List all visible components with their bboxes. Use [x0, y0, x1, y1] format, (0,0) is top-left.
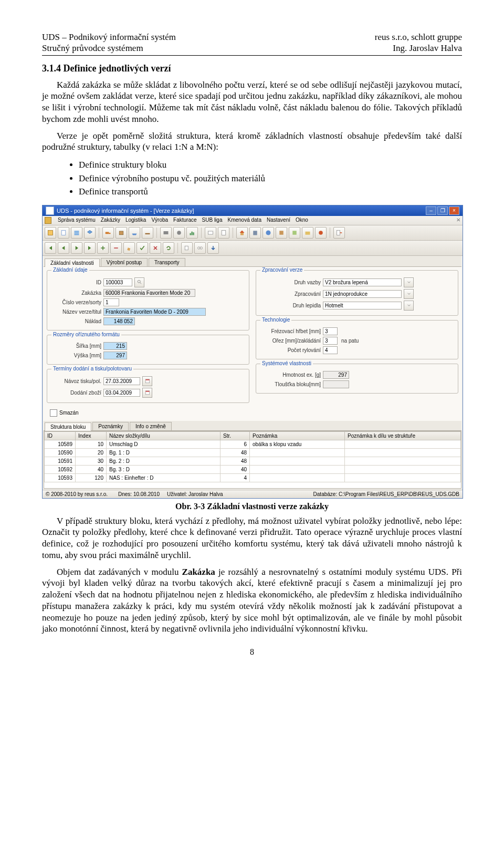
sirka-field[interactable]: 215 [103, 342, 127, 350]
menu-zakazky[interactable]: Zakázky [101, 217, 120, 224]
menu-fakturace[interactable]: Fakturace [173, 217, 196, 224]
navoz-calendar-icon[interactable] [142, 376, 152, 386]
rec-del-icon[interactable] [110, 242, 122, 254]
table-row[interactable]: 1058910Umschlag D6obálka s klopu vzadu [45, 440, 461, 448]
tb-exit-icon[interactable] [333, 227, 345, 239]
tb-cube2-icon[interactable] [289, 227, 300, 239]
zprac-field[interactable]: 1N jednoprodukce [323, 290, 402, 298]
lep-dropdown-icon[interactable] [404, 301, 414, 311]
navoz-label: Návoz tisku/pol. [51, 378, 101, 384]
tb-layers-icon[interactable] [84, 227, 96, 239]
tb-card-icon[interactable] [205, 227, 216, 239]
close-button[interactable]: × [449, 206, 459, 215]
table-row[interactable]: 10593120NAS : Einhefter : D4 [45, 473, 461, 482]
svg-rect-0 [48, 230, 53, 235]
lep-field[interactable]: Hotmelt [323, 302, 402, 309]
tb-building-icon[interactable] [249, 227, 261, 239]
rec-import-icon[interactable] [207, 242, 219, 254]
rec-next-icon[interactable] [71, 242, 82, 254]
tab-zakladni[interactable]: Základní vlastnosti [45, 259, 100, 267]
table-cell: 4 [220, 473, 250, 482]
ryl-field[interactable]: 4 [323, 346, 338, 354]
rec-copy-icon[interactable] [181, 242, 193, 254]
col-pozn[interactable]: Poznámka [250, 431, 345, 440]
rec-refresh-icon[interactable] [163, 242, 174, 254]
tab-vyrobni[interactable]: Výrobní postup [101, 258, 148, 266]
id-field[interactable]: 100003 [103, 278, 132, 286]
rec-add-icon[interactable] [97, 242, 109, 254]
col-nazev[interactable]: Název složky/dílu [107, 431, 220, 440]
tloust-field[interactable] [323, 380, 349, 388]
rec-last-icon[interactable] [84, 242, 96, 254]
tb-cube-icon[interactable] [276, 227, 287, 239]
tb-machine-icon[interactable] [160, 227, 172, 239]
cislo-field[interactable]: 1 [103, 298, 119, 306]
orez-field[interactable]: 3 [323, 337, 338, 345]
id-search-button[interactable] [134, 277, 144, 287]
mdi-close-icon[interactable]: ✕ [456, 217, 460, 224]
rec-cancel-icon[interactable] [150, 242, 161, 254]
table-cell: Bg. 2 : D [107, 457, 220, 465]
tab-poznamky[interactable]: Poznámky [92, 422, 129, 430]
tab-struktura[interactable]: Struktura bloku [45, 422, 91, 431]
col-str[interactable]: Str. [220, 431, 250, 440]
tb-ship-icon[interactable] [129, 227, 140, 239]
rec-ok-icon[interactable] [136, 242, 148, 254]
table-row[interactable]: 1059130Bg. 2 : D48 [45, 457, 461, 465]
col-pozn2[interactable]: Poznámka k dílu ve struktuře [345, 431, 461, 440]
paragraph-4: Objem dat zadávaných v modulu Zakázka je… [42, 566, 462, 635]
rec-first-icon[interactable] [45, 242, 56, 254]
svg-rect-32 [145, 379, 150, 380]
vazba-field[interactable]: V2 brožura lepená [323, 278, 402, 286]
minimize-button[interactable]: – [426, 206, 436, 215]
table-cell [345, 457, 461, 465]
tb-book-icon[interactable] [45, 227, 56, 239]
menu-logistika[interactable]: Logistika [125, 217, 146, 224]
hmot-field[interactable]: 297 [323, 371, 349, 379]
menu-nastaveni[interactable]: Nastavení [267, 217, 290, 224]
dodani-field[interactable]: 03.04.2009 [103, 389, 140, 397]
menu-okno[interactable]: Okno [296, 217, 308, 224]
col-index[interactable]: Index [76, 431, 107, 440]
menu-subliga[interactable]: SUB liga [202, 217, 223, 224]
svg-rect-7 [109, 233, 111, 234]
frez-field[interactable]: 3 [323, 327, 338, 335]
tab-transporty[interactable]: Transporty [149, 258, 185, 266]
vyska-field[interactable]: 297 [103, 352, 127, 359]
menu-vyroba[interactable]: Výroba [151, 217, 168, 224]
nazev-field[interactable]: Frankonia Favoriten Mode D - 2009 [103, 308, 206, 316]
tb-misc-icon[interactable] [315, 227, 327, 239]
tb-globe-icon[interactable] [262, 227, 274, 239]
tb-folder-icon[interactable] [302, 227, 313, 239]
header-right-2: Ing. Jaroslav Halva [393, 43, 462, 53]
tb-truck-icon[interactable] [102, 227, 114, 239]
table-row[interactable]: 1059020Bg. 1 : D48 [45, 448, 461, 457]
zprac-dropdown-icon[interactable] [404, 289, 414, 299]
tb-invoice-icon[interactable] [218, 227, 229, 239]
tb-house-icon[interactable] [236, 227, 248, 239]
page-number: 8 [42, 647, 462, 657]
tb-chart-icon[interactable] [186, 227, 198, 239]
tab-info[interactable]: Info o změně [130, 422, 172, 430]
svg-line-30 [140, 283, 141, 284]
naklad-field[interactable]: 148 052 [103, 317, 135, 325]
legend-terminy: Termíny dodání a tisku/polotovaru [51, 366, 133, 371]
zakazka-field[interactable]: 60008 Frankonia Favoriten Mode 20 [103, 289, 195, 297]
tb-box-icon[interactable] [116, 227, 127, 239]
rec-prev-icon[interactable] [58, 242, 69, 254]
vazba-dropdown-icon[interactable] [404, 277, 414, 287]
tb-doc-icon[interactable] [58, 227, 69, 239]
rec-link-icon[interactable] [194, 242, 206, 254]
table-row[interactable]: 1059240Bg. 3 : D40 [45, 465, 461, 473]
menu-sprava[interactable]: Správa systému [58, 217, 96, 224]
tb-stack-icon[interactable] [71, 227, 82, 239]
dodani-calendar-icon[interactable] [142, 388, 152, 398]
col-id[interactable]: ID [45, 431, 76, 440]
navoz-field[interactable]: 27.03.2009 [103, 377, 140, 385]
maximize-button[interactable]: ❐ [437, 206, 448, 215]
menu-kmenova[interactable]: Kmenová data [227, 217, 261, 224]
tb-pal-icon[interactable] [142, 227, 153, 239]
rec-edit-icon[interactable] [123, 242, 135, 254]
smazan-checkbox[interactable]: Smazán [50, 409, 79, 417]
tb-gear-icon[interactable] [173, 227, 185, 239]
